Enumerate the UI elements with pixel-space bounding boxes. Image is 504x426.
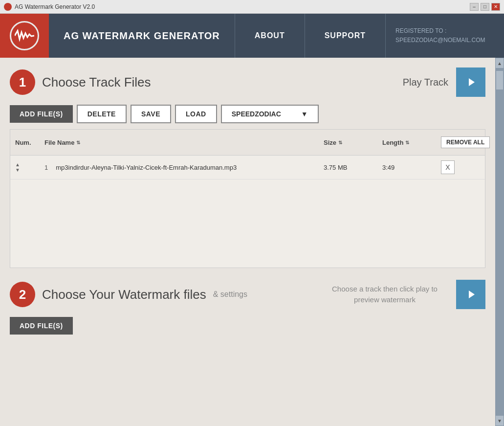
nav-support[interactable]: SUPPORT [305,14,386,58]
add-files-button-2[interactable]: ADD FILE(S) [10,317,73,335]
section2-toolbar: ADD FILE(S) [10,317,485,335]
scroll-down-button[interactable]: ▼ [495,415,504,426]
delete-button[interactable]: DELETE [77,105,127,123]
window-title: AG Watermark Generator V2.0 [15,3,95,10]
maximize-button[interactable]: □ [481,3,489,11]
app-icon [4,3,12,11]
registered-label: REGISTERED TO : [395,26,485,36]
app-title-area: AG WATERMARK GENERATOR [49,14,235,58]
window-controls: – □ ✕ [470,3,500,11]
row-length: 3:49 [377,156,436,179]
row-sort-arrows[interactable]: ▲ ▼ [10,156,40,179]
section1-title-area: 1 Choose Track Files [10,69,151,95]
row-filename: mp3indirdur-Aleyna-Tilki-Yalniz-Cicek-ft… [56,164,237,171]
section1-toolbar: ADD FILE(S) DELETE SAVE LOAD SPEEDZODIAC… [10,105,485,123]
section-1: 1 Choose Track Files Play Track [10,67,485,268]
logo-wave-icon [15,28,34,43]
play-track-button[interactable] [456,67,485,97]
file-table-wrapper: Num. File Name ⇅ Size ⇅ Length ⇅ [10,129,485,268]
save-button[interactable]: SAVE [131,105,171,123]
registered-email: SPEEDZODIAC@NOEMAIL.COM [395,36,485,45]
size-sort-icon: ⇅ [338,140,342,145]
minimize-button[interactable]: – [470,3,479,11]
close-button[interactable]: ✕ [491,3,500,11]
load-button[interactable]: LOAD [175,105,217,123]
watermark-hint: Choose a track then click play to previe… [321,284,448,306]
section2-title-area: 2 Choose Your Watermark files & settings [10,282,247,307]
add-files-button-1[interactable]: ADD FILE(S) [10,105,73,123]
step2-circle: 2 [10,282,35,307]
logo-circle [10,21,39,50]
filename-sort-icon: ⇅ [76,140,80,145]
remove-row-button[interactable]: X [441,160,455,174]
col-filename[interactable]: File Name ⇅ [40,134,319,151]
row-number: 1 [44,164,48,171]
play-track-label: Play Track [403,77,448,88]
col-length[interactable]: Length ⇅ [377,134,436,151]
nav-items: ABOUT SUPPORT [235,14,386,58]
step1-circle: 1 [10,69,35,95]
section-2: 2 Choose Your Watermark files & settings… [10,280,485,335]
nav-about[interactable]: ABOUT [235,14,305,58]
scrollbar[interactable]: ▲ ▼ [495,58,504,426]
col-remove-all: REMOVE ALL [436,134,485,151]
row-num-and-name: 1 mp3indirdur-Aleyna-Tilki-Yalniz-Cicek-… [40,156,319,179]
section1-right: Play Track [403,67,485,97]
table-header: Num. File Name ⇅ Size ⇅ Length ⇅ [10,130,485,156]
remove-all-button[interactable]: REMOVE ALL [441,136,490,148]
header: AG WATERMARK GENERATOR ABOUT SUPPORT REG… [0,14,504,58]
registered-area: REGISTERED TO : SPEEDZODIAC@NOEMAIL.COM [386,26,495,45]
title-bar: AG Watermark Generator V2.0 – □ ✕ [0,0,504,14]
length-sort-icon: ⇅ [405,140,409,145]
svg-marker-0 [469,78,475,86]
scrollbar-thumb[interactable] [496,70,504,90]
section2-right: Choose a track then click play to previe… [321,280,485,309]
preset-dropdown[interactable]: SPEEDZODIAC ▼ [221,105,319,123]
logo-area [0,14,49,58]
col-num: Num. [10,134,40,151]
row-reorder-icon[interactable]: ▲ ▼ [15,162,20,173]
play-watermark-button[interactable] [456,280,485,309]
app-title: AG WATERMARK GENERATOR [64,30,220,42]
col-size[interactable]: Size ⇅ [319,134,377,151]
main-content: 1 Choose Track Files Play Track [0,58,495,426]
svg-marker-1 [469,291,475,298]
section1-title: Choose Track Files [42,75,151,90]
scroll-up-button[interactable]: ▲ [495,58,504,68]
row-remove-cell: X [436,156,485,179]
play-icon [465,76,477,88]
play-watermark-icon [465,289,477,300]
table-row: ▲ ▼ 1 mp3indirdur-Aleyna-Tilki-Yalniz-Ci… [10,156,485,179]
table-empty-area [10,179,485,268]
chevron-down-icon: ▼ [301,110,308,118]
row-size: 3.75 MB [319,156,377,179]
section2-title: Choose Your Watermark files [42,287,206,302]
settings-label: & settings [213,290,247,299]
